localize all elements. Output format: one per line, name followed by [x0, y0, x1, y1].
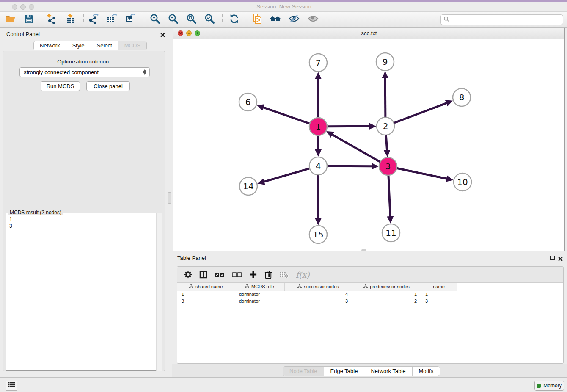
- table-panel-title: Table Panel: [177, 255, 206, 261]
- import-table-button[interactable]: [64, 13, 77, 26]
- graph-node-label: 14: [243, 181, 253, 191]
- main-toolbar: [0, 12, 567, 28]
- unselect-all-icon[interactable]: [232, 272, 242, 278]
- run-mcds-button[interactable]: Run MCDS: [41, 81, 80, 91]
- trash-icon[interactable]: [264, 270, 272, 279]
- table-toolbar: f(x): [177, 267, 563, 283]
- import-network-icon: [46, 13, 57, 26]
- table-header-row: shared name MCDS role successor nodes pr…: [177, 283, 457, 291]
- node-table: shared name MCDS role successor nodes pr…: [177, 283, 457, 304]
- horizontal-splitter-handle[interactable]: [361, 249, 366, 251]
- control-panel-close-icon[interactable]: [160, 31, 165, 39]
- cytoscape-app: { "window": { "title": "Session: New Ses…: [0, 0, 567, 392]
- toolbar-separator: [41, 14, 41, 25]
- home-fit-button[interactable]: [269, 13, 282, 26]
- graph-edge[interactable]: [328, 166, 372, 166]
- tab-select[interactable]: Select: [91, 41, 118, 50]
- graph-node-label: 9: [383, 57, 388, 67]
- export-network-button[interactable]: [87, 13, 100, 26]
- show-all-button[interactable]: [307, 13, 319, 26]
- refresh-icon: [229, 14, 239, 26]
- search-box[interactable]: [440, 14, 563, 25]
- zoom-out-button[interactable]: [167, 13, 179, 26]
- tab-style[interactable]: Style: [66, 41, 91, 50]
- zoom-selected-button[interactable]: [203, 13, 216, 26]
- chevron-up-down-icon: [143, 69, 146, 75]
- network-window-titlebar[interactable]: ✕ − + scc.txt: [173, 28, 564, 39]
- app-titlebar: Session: New Session: [0, 0, 567, 12]
- network-graph: 7968124314101511: [174, 39, 564, 251]
- graph-node-label: 6: [245, 97, 251, 107]
- column-header-shared-name[interactable]: shared name: [177, 283, 235, 291]
- graph-edge[interactable]: [328, 126, 369, 127]
- save-session-button[interactable]: [22, 13, 35, 26]
- graph-edge[interactable]: [264, 168, 309, 182]
- column-header-mcds-role[interactable]: MCDS role: [235, 283, 284, 291]
- column-header-successor-nodes[interactable]: successor nodes: [284, 283, 352, 291]
- columns-icon[interactable]: [199, 271, 207, 279]
- control-panel-title: Control Panel: [6, 31, 40, 37]
- refresh-button[interactable]: [228, 13, 240, 26]
- network-minimize-button[interactable]: −: [186, 30, 192, 36]
- graph-edge[interactable]: [263, 108, 309, 124]
- result-scrollbar[interactable]: [156, 213, 162, 371]
- tab-network-table[interactable]: Network Table: [364, 367, 412, 376]
- table-panel-close-icon[interactable]: [558, 255, 563, 263]
- network-close-button[interactable]: ✕: [178, 30, 183, 36]
- panel-splitter-handle[interactable]: [168, 192, 171, 204]
- control-panel-float-icon[interactable]: [153, 32, 157, 36]
- app-title: Session: New Session: [0, 2, 567, 12]
- graph-edge[interactable]: [394, 103, 447, 123]
- zoom-in-button[interactable]: [149, 13, 161, 26]
- tab-motifs[interactable]: Motifs: [413, 367, 440, 376]
- select-all-icon[interactable]: [215, 272, 225, 278]
- optimization-criterion-label: Optimization criterion:: [3, 58, 165, 65]
- memory-button[interactable]: Memory: [534, 381, 564, 391]
- tree-icon: [297, 284, 302, 289]
- home-icon: [270, 13, 281, 26]
- zoom-fit-icon: [186, 13, 197, 26]
- export-image-button[interactable]: [124, 13, 137, 26]
- add-row-icon[interactable]: [249, 271, 257, 279]
- search-input[interactable]: [451, 17, 563, 23]
- task-history-button[interactable]: [6, 381, 17, 391]
- network-canvas[interactable]: 7968124314101511: [174, 39, 564, 251]
- graph-edge[interactable]: [386, 135, 387, 150]
- window-zoom-button[interactable]: [29, 4, 34, 10]
- clone-network-icon: [252, 13, 263, 26]
- column-header-name[interactable]: name: [421, 283, 457, 291]
- tab-edge-table[interactable]: Edge Table: [324, 367, 365, 376]
- graph-edge[interactable]: [332, 135, 380, 162]
- import-network-button[interactable]: [45, 13, 58, 26]
- graph-edge[interactable]: [388, 176, 390, 217]
- gear-icon[interactable]: [184, 271, 192, 279]
- close-panel-button[interactable]: Close panel: [86, 81, 130, 91]
- graph-node-label: 11: [385, 228, 396, 238]
- hide-unselected-button[interactable]: [288, 13, 300, 26]
- graph-edge[interactable]: [385, 78, 385, 117]
- graph-edge[interactable]: [397, 168, 447, 179]
- column-header-predecessor-nodes[interactable]: predecessor nodes: [352, 283, 421, 291]
- table-panel-float-icon[interactable]: [550, 256, 555, 260]
- export-image-icon: [125, 13, 136, 26]
- window-minimize-button[interactable]: [20, 4, 26, 10]
- tab-network[interactable]: Network: [34, 41, 66, 50]
- network-maximize-button[interactable]: +: [195, 30, 200, 36]
- tab-mcds[interactable]: MCDS: [118, 41, 146, 50]
- mcds-result-line: 1: [9, 216, 12, 223]
- window-close-button[interactable]: [12, 4, 17, 10]
- tree-icon: [189, 284, 193, 289]
- table-row[interactable]: 3 dominator 3 2 3: [177, 298, 457, 304]
- open-session-button[interactable]: [4, 13, 17, 26]
- tab-node-table[interactable]: Node Table: [283, 367, 324, 376]
- graph-node-label: 3: [385, 161, 391, 171]
- zoom-fit-button[interactable]: [185, 13, 198, 26]
- toolbar-separator: [222, 14, 223, 25]
- clone-network-button[interactable]: [251, 13, 264, 26]
- mcds-result-box: 1 3: [6, 213, 162, 371]
- table-row[interactable]: 1 dominator 4 1 1: [177, 291, 457, 298]
- optimization-criterion-select[interactable]: strongly connected component: [19, 67, 150, 77]
- show-all-eye-icon: [308, 13, 319, 26]
- export-table-button[interactable]: [105, 13, 118, 26]
- import-table-icon: [65, 13, 76, 26]
